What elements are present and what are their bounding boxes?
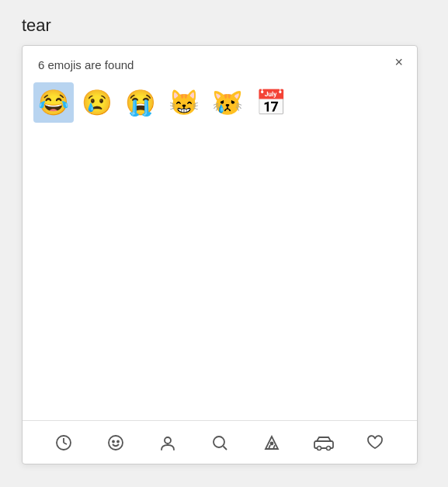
svg-point-13 — [317, 446, 321, 450]
search-query-label: tear — [22, 16, 51, 36]
emoji-3[interactable]: 😸 — [164, 82, 204, 123]
svg-point-9 — [270, 442, 273, 444]
svg-point-7 — [214, 437, 224, 447]
close-button[interactable]: × — [391, 54, 406, 71]
svg-point-3 — [109, 436, 123, 450]
svg-point-6 — [165, 437, 171, 444]
pizza-icon[interactable] — [258, 429, 286, 457]
svg-line-2 — [64, 443, 67, 444]
svg-point-4 — [113, 440, 114, 442]
car-icon[interactable] — [310, 429, 338, 457]
person-icon[interactable] — [154, 429, 182, 457]
emoji-panel: × 6 emojis are found 😂😢😭😸😿📅 — [22, 45, 418, 464]
emoji-5[interactable]: 📅 — [251, 82, 291, 123]
emoji-0[interactable]: 😂 — [33, 82, 74, 123]
emoji-4[interactable]: 😿 — [207, 82, 248, 123]
emoji-1[interactable]: 😢 — [77, 82, 117, 123]
smiley-icon[interactable] — [102, 429, 130, 457]
svg-line-8 — [223, 446, 227, 450]
search-icon[interactable] — [206, 429, 234, 457]
emoji-grid: 😂😢😭😸😿📅 — [23, 79, 417, 126]
heart-icon[interactable] — [361, 429, 389, 457]
svg-point-14 — [326, 446, 330, 450]
result-count-label: 6 emojis are found — [23, 46, 417, 79]
svg-point-5 — [117, 440, 119, 442]
emoji-2[interactable]: 😭 — [120, 82, 161, 123]
bottom-bar — [23, 420, 417, 464]
clock-icon[interactable] — [50, 429, 78, 457]
